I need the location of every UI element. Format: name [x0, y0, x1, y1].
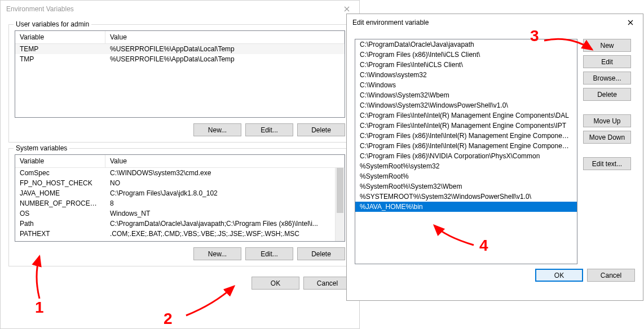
path-entry-row[interactable]: C:\Windows\System32\Wbem [355, 90, 577, 100]
sys-vars-header[interactable]: Variable Value [15, 155, 345, 168]
user-var-value: %USERPROFILE%\AppData\Local\Temp [105, 44, 345, 54]
sys-delete-button[interactable]: Delete [297, 247, 345, 260]
env-dialog-titlebar[interactable]: Environment Variables [1, 1, 359, 17]
env-ok-button[interactable]: OK [252, 277, 299, 290]
sys-scrollbar[interactable] [335, 168, 345, 241]
sys-edit-button[interactable]: Edit... [245, 247, 293, 260]
sys-var-value: 8 [105, 198, 335, 208]
sys-var-name: PATHEXT [15, 229, 105, 239]
user-vars-group-label: User variables for admin [14, 20, 91, 28]
sys-var-row[interactable]: JAVA_HOMEC:\Program Files\Java\jdk1.8.0_… [15, 188, 335, 198]
edit-browse-button[interactable]: Browse... [583, 72, 631, 85]
sys-var-row[interactable]: PATHEXT.COM;.EXE;.BAT;.CMD;.VBS;.VBE;.JS… [15, 229, 335, 239]
env-dialog-title: Environment Variables [6, 5, 74, 13]
path-entry-row[interactable]: C:\Program Files\Intel\iCLS Client\ [355, 60, 577, 70]
sys-scroll-thumb[interactable] [337, 168, 343, 213]
path-entry-row[interactable]: C:\Program Files (x86)\Intel\iCLS Client… [355, 50, 577, 60]
sys-var-value: .COM;.EXE;.BAT;.CMD;.VBS;.VBE;.JS;.JSE;.… [105, 229, 335, 239]
sys-var-name: ComSpec [15, 168, 105, 178]
sys-vars-list[interactable]: Variable Value ComSpecC:\WINDOWS\system3… [15, 154, 345, 242]
sys-vars-group-label: System variables [14, 144, 69, 152]
edit-cancel-button[interactable]: Cancel [587, 269, 635, 282]
edit-moveup-button[interactable]: Move Up [583, 114, 631, 127]
edit-dialog-title: Edit environment variable [352, 19, 429, 26]
edit-close-button[interactable] [617, 14, 643, 31]
sys-col-variable[interactable]: Variable [15, 155, 105, 167]
sys-var-value: C:\ProgramData\Oracle\Java\javapath;C:\P… [105, 219, 335, 229]
user-vars-list[interactable]: Variable Value TEMP%USERPROFILE%\AppData… [15, 30, 345, 118]
path-entry-row[interactable]: C:\Program Files (x86)\NVIDIA Corporatio… [355, 151, 577, 161]
sys-var-name: FP_NO_HOST_CHECK [15, 178, 105, 188]
user-col-value[interactable]: Value [105, 31, 345, 43]
user-var-value: %USERPROFILE%\AppData\Local\Temp [105, 54, 345, 64]
edit-new-button[interactable]: New [583, 39, 631, 52]
path-entry-row[interactable]: %SYSTEMROOT%\System32\WindowsPowerShell\… [355, 192, 577, 202]
sys-var-value: C:\Program Files\Java\jdk1.8.0_102 [105, 188, 335, 198]
user-var-name: TEMP [15, 44, 105, 54]
path-entry-row[interactable]: %SystemRoot% [355, 171, 577, 181]
path-entry-row[interactable]: C:\ProgramData\Oracle\Java\javapath [355, 39, 577, 50]
sys-var-name: JAVA_HOME [15, 188, 105, 198]
path-entry-row[interactable]: C:\Windows\System32\WindowsPowerShell\v1… [355, 100, 577, 110]
sys-var-value: NO [105, 178, 335, 188]
sys-var-row[interactable]: NUMBER_OF_PROCESSORS8 [15, 198, 335, 208]
user-vars-header[interactable]: Variable Value [15, 31, 345, 44]
user-var-name: TMP [15, 54, 105, 64]
sys-var-value: C:\WINDOWS\system32\cmd.exe [105, 168, 335, 178]
user-col-variable[interactable]: Variable [15, 31, 105, 43]
user-var-row[interactable]: TMP%USERPROFILE%\AppData\Local\Temp [15, 54, 345, 64]
path-entry-row[interactable]: %SystemRoot%\System32\Wbem [355, 181, 577, 192]
sys-col-value[interactable]: Value [105, 155, 345, 167]
edit-text-button[interactable]: Edit text... [583, 157, 631, 170]
path-entry-row[interactable]: C:\Program Files (x86)\Intel\Intel(R) Ma… [355, 131, 577, 141]
sys-new-button[interactable]: New... [193, 247, 241, 260]
user-delete-button[interactable]: Delete [297, 123, 345, 136]
sys-var-row[interactable]: OSWindows_NT [15, 208, 335, 219]
sys-var-row[interactable]: PathC:\ProgramData\Oracle\Java\javapath;… [15, 219, 335, 229]
path-entry-row[interactable]: %JAVA_HOME%\bin [355, 202, 577, 212]
sys-var-name: OS [15, 208, 105, 219]
edit-ok-button[interactable]: OK [535, 269, 583, 282]
sys-var-name: NUMBER_OF_PROCESSORS [15, 198, 105, 208]
edit-dialog-titlebar[interactable]: Edit environment variable [347, 14, 643, 31]
path-entry-row[interactable]: C:\Program Files\Intel\Intel(R) Manageme… [355, 121, 577, 131]
path-entry-row[interactable]: C:\Windows\system32 [355, 70, 577, 80]
path-entries-list[interactable]: C:\ProgramData\Oracle\Java\javapathC:\Pr… [355, 39, 577, 264]
sys-var-name: Path [15, 219, 105, 229]
env-cancel-button[interactable]: Cancel [303, 277, 351, 290]
path-entry-row[interactable]: %SystemRoot%\system32 [355, 161, 577, 171]
sys-var-row[interactable]: ComSpecC:\WINDOWS\system32\cmd.exe [15, 168, 335, 178]
edit-movedown-button[interactable]: Move Down [583, 131, 631, 144]
path-entry-row[interactable]: C:\Program Files (x86)\Intel\Intel(R) Ma… [355, 141, 577, 151]
edit-edit-button[interactable]: Edit [583, 55, 631, 68]
edit-delete-button[interactable]: Delete [583, 88, 631, 101]
path-entry-row[interactable]: C:\Windows [355, 80, 577, 90]
user-var-row[interactable]: TEMP%USERPROFILE%\AppData\Local\Temp [15, 44, 345, 54]
sys-var-row[interactable]: FP_NO_HOST_CHECKNO [15, 178, 335, 188]
path-entry-row[interactable]: C:\Program Files\Intel\Intel(R) Manageme… [355, 110, 577, 121]
sys-var-value: Windows_NT [105, 208, 335, 219]
user-edit-button[interactable]: Edit... [245, 123, 293, 136]
user-new-button[interactable]: New... [193, 123, 241, 136]
